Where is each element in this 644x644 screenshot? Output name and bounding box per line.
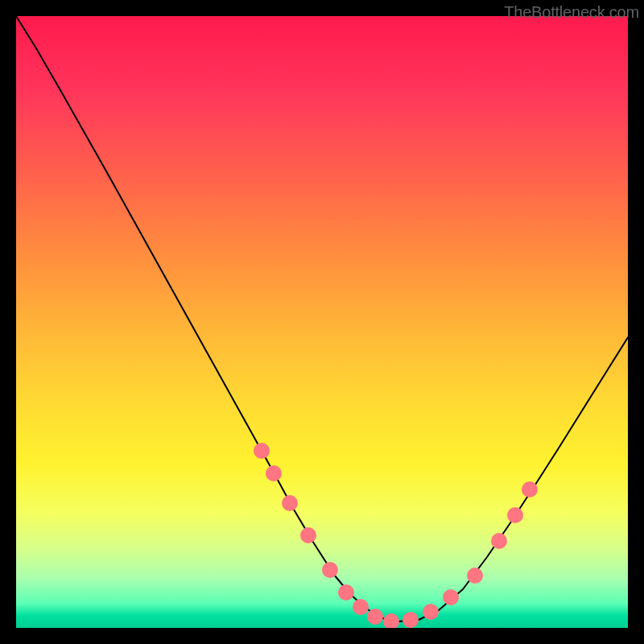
sample-point bbox=[467, 568, 483, 584]
sample-point bbox=[353, 599, 369, 615]
sample-point bbox=[383, 613, 399, 628]
sample-point bbox=[507, 507, 523, 523]
sample-point bbox=[338, 584, 354, 601]
sample-point bbox=[522, 481, 538, 497]
sample-point bbox=[367, 609, 383, 625]
sample-point bbox=[254, 443, 270, 459]
sample-point bbox=[423, 604, 439, 620]
sample-point bbox=[300, 527, 316, 543]
source-credit: TheBottleneck.com bbox=[504, 3, 639, 22]
sample-point bbox=[443, 589, 459, 605]
sample-point bbox=[322, 562, 338, 578]
bottleneck-curve bbox=[16, 16, 628, 621]
chart-plot-area bbox=[16, 16, 628, 628]
sample-point bbox=[266, 465, 282, 481]
sample-points-group bbox=[254, 443, 538, 628]
chart-svg-layer bbox=[16, 16, 628, 628]
chart-outer-frame: TheBottleneck.com bbox=[0, 0, 644, 644]
sample-point bbox=[402, 612, 419, 628]
sample-point bbox=[282, 495, 298, 511]
sample-point bbox=[491, 533, 507, 549]
